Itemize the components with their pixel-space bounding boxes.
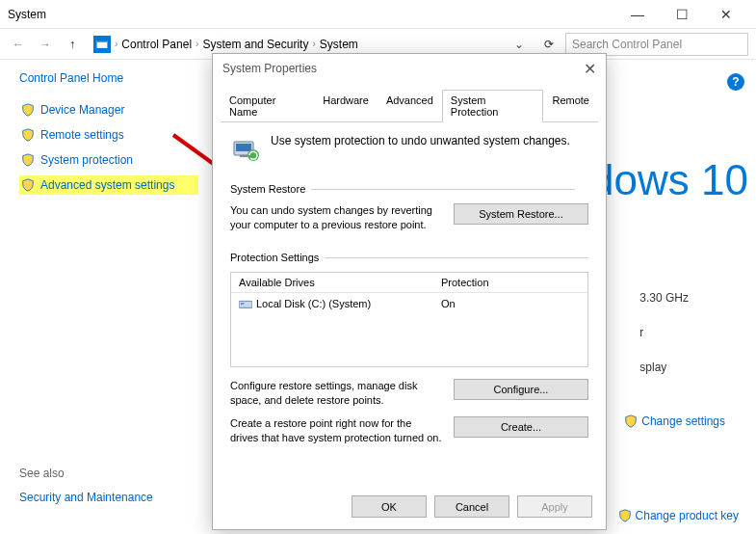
- titlebar: System — ☐ ✕: [0, 0, 756, 29]
- system-restore-label: System Restore: [230, 183, 305, 195]
- cancel-button[interactable]: Cancel: [434, 495, 509, 518]
- crumb-system-security[interactable]: System and Security: [202, 38, 308, 51]
- sidebar-item-label: Advanced system settings: [40, 178, 174, 192]
- tab-system-protection[interactable]: System Protection: [442, 90, 544, 122]
- fragment-text: r: [639, 326, 689, 339]
- sidebar-item-label: Device Manager: [40, 103, 124, 117]
- sidebar-item-system-protection[interactable]: System protection: [19, 150, 198, 170]
- create-button[interactable]: Create...: [454, 416, 588, 438]
- minimize-button[interactable]: —: [615, 0, 660, 29]
- drives-table: Available Drives Protection Local Disk (…: [230, 272, 588, 367]
- system-properties-dialog: System Properties ✕ Computer Name Hardwa…: [212, 53, 607, 530]
- drive-status: On: [441, 298, 580, 309]
- chevron-right-icon: ›: [115, 39, 117, 49]
- see-also-security-maintenance[interactable]: Security and Maintenance: [17, 488, 155, 507]
- back-button[interactable]: ←: [8, 34, 29, 55]
- tab-advanced[interactable]: Advanced: [378, 90, 442, 122]
- sidebar-item-device-manager[interactable]: Device Manager: [19, 100, 198, 120]
- close-button[interactable]: ✕: [704, 0, 748, 29]
- search-placeholder: Search Control Panel: [572, 38, 682, 51]
- configure-text: Configure restore settings, manage disk …: [230, 379, 442, 409]
- chevron-right-icon: ›: [312, 39, 315, 49]
- sidebar-item-label: System protection: [40, 153, 133, 167]
- dialog-title: System Properties: [222, 62, 317, 75]
- crumb-system[interactable]: System: [320, 38, 358, 51]
- tab-remote[interactable]: Remote: [543, 90, 598, 122]
- drive-row[interactable]: Local Disk (C:) (System) On: [231, 293, 587, 314]
- system-restore-text: You can undo system changes by reverting…: [230, 203, 442, 233]
- sidebar: Control Panel Home Device Manager Remote…: [0, 60, 202, 534]
- help-icon[interactable]: ?: [727, 73, 744, 91]
- location-icon: [93, 36, 111, 53]
- window-title: System: [8, 8, 46, 21]
- sidebar-item-label: Remote settings: [40, 128, 124, 142]
- dialog-titlebar: System Properties ✕: [213, 54, 606, 83]
- refresh-button[interactable]: ⟳: [538, 34, 560, 55]
- change-product-key-link[interactable]: Change product key: [618, 509, 739, 522]
- svg-rect-4: [240, 155, 248, 157]
- svg-rect-3: [236, 144, 251, 151]
- col-protection[interactable]: Protection: [433, 273, 587, 292]
- sidebar-item-remote-settings[interactable]: Remote settings: [19, 125, 198, 145]
- dialog-tabs: Computer Name Hardware Advanced System P…: [221, 89, 598, 122]
- svg-rect-1: [97, 40, 108, 42]
- shield-icon: [21, 128, 35, 142]
- shield-icon: [21, 153, 35, 167]
- protection-settings-label: Protection Settings: [230, 252, 319, 263]
- chevron-right-icon: ›: [196, 39, 198, 49]
- system-restore-button[interactable]: System Restore...: [454, 203, 588, 225]
- forward-button[interactable]: →: [35, 34, 56, 55]
- apply-button[interactable]: Apply: [517, 495, 592, 518]
- up-button[interactable]: ↑: [62, 34, 83, 55]
- drive-icon: [239, 298, 252, 309]
- fragment-text: splay: [639, 360, 689, 374]
- dialog-close-button[interactable]: ✕: [584, 60, 596, 78]
- configure-button[interactable]: Configure...: [454, 379, 588, 400]
- sidebar-item-advanced-settings[interactable]: Advanced system settings: [19, 175, 198, 195]
- see-also-link-label: Security and Maintenance: [19, 491, 153, 504]
- breadcrumb[interactable]: › Control Panel › System and Security › …: [89, 33, 533, 56]
- windows-brand-text: dows 10: [590, 156, 748, 204]
- maximize-button[interactable]: ☐: [660, 0, 704, 29]
- svg-rect-7: [241, 303, 245, 305]
- shield-icon: [21, 103, 35, 117]
- shield-icon: [618, 509, 632, 522]
- shield-icon: [21, 178, 35, 192]
- control-panel-home-link[interactable]: Control Panel Home: [19, 71, 198, 85]
- tab-hardware[interactable]: Hardware: [314, 90, 378, 122]
- create-text: Create a restore point right now for the…: [230, 416, 442, 446]
- change-settings-link[interactable]: Change settings: [624, 414, 725, 428]
- crumb-control-panel[interactable]: Control Panel: [121, 38, 192, 51]
- search-input[interactable]: Search Control Panel: [565, 33, 748, 56]
- chevron-down-icon[interactable]: ⌄: [514, 38, 524, 51]
- drive-name: Local Disk (C:) (System): [256, 298, 371, 309]
- tab-computer-name[interactable]: Computer Name: [221, 90, 314, 122]
- system-protection-icon: [230, 134, 261, 165]
- col-available-drives[interactable]: Available Drives: [231, 273, 433, 292]
- shield-icon: [624, 414, 638, 428]
- ok-button[interactable]: OK: [352, 495, 427, 518]
- see-also-heading: See also: [19, 467, 155, 480]
- cpu-freq: 3.30 GHz: [639, 291, 689, 305]
- intro-text: Use system protection to undo unwanted s…: [271, 134, 570, 147]
